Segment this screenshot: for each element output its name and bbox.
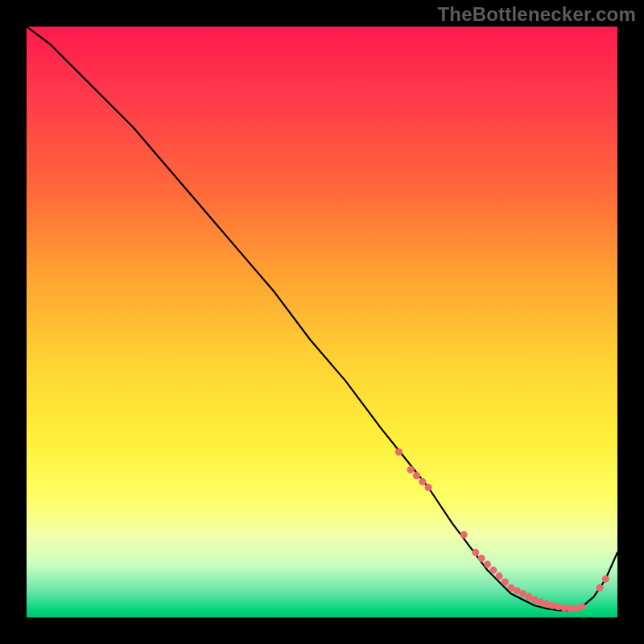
- highlight-dot: [413, 472, 420, 479]
- highlight-dots: [395, 448, 609, 613]
- highlight-dot: [407, 466, 415, 473]
- highlight-dot: [579, 603, 586, 610]
- highlight-dot: [460, 531, 468, 539]
- bottleneck-curve: [27, 27, 617, 610]
- highlight-dot: [502, 579, 509, 586]
- watermark-text: TheBottlenecker.com: [437, 3, 636, 26]
- chart-frame: TheBottlenecker.com: [0, 0, 644, 644]
- highlight-dot: [496, 572, 503, 580]
- highlight-dot: [472, 549, 479, 556]
- highlight-dot: [419, 478, 426, 485]
- highlight-dot: [395, 448, 402, 456]
- highlight-dot: [484, 560, 491, 568]
- highlight-dot: [602, 576, 609, 583]
- highlight-dot: [489, 567, 497, 574]
- curve-svg: [27, 27, 617, 617]
- highlight-dot: [425, 484, 432, 491]
- plot-area: [27, 27, 617, 617]
- highlight-dot: [597, 584, 604, 592]
- highlight-dot: [478, 555, 485, 562]
